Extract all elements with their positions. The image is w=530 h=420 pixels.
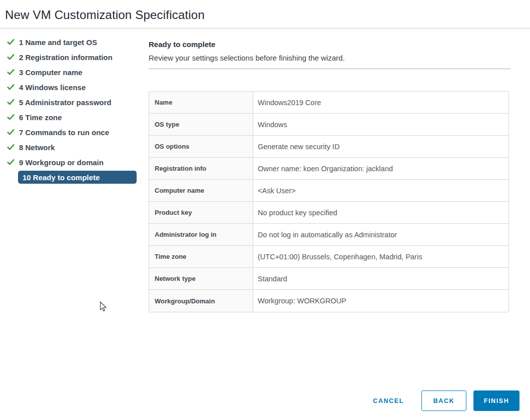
step-label: 3 Computer name xyxy=(19,68,83,77)
check-icon xyxy=(7,114,15,121)
content-divider xyxy=(149,69,510,69)
sidebar-step-5[interactable]: 5 Administrator password xyxy=(0,95,149,110)
row-value: Standard xyxy=(253,268,508,289)
row-value: <Ask User> xyxy=(253,180,508,201)
row-label: Computer name xyxy=(149,180,253,201)
step-label: 6 Time zone xyxy=(19,113,62,122)
panel-description: Review your settings selections before f… xyxy=(149,54,510,62)
ready-to-complete-panel: Ready to complete Review your settings s… xyxy=(149,29,510,312)
row-value: No product key specified xyxy=(253,202,508,223)
row-value: Owner name: koen Organization: jackland xyxy=(253,158,508,179)
sidebar-step-6[interactable]: 6 Time zone xyxy=(0,110,149,125)
check-icon xyxy=(7,39,15,46)
row-label: Workgroup/Domain xyxy=(149,290,253,312)
table-row: Administrator log inDo not log in automa… xyxy=(149,224,508,246)
row-label: Network type xyxy=(149,268,253,289)
row-value: Windows xyxy=(253,114,508,135)
step-label: 4 Windows license xyxy=(19,83,86,92)
row-label: Time zone xyxy=(149,246,253,267)
check-icon xyxy=(7,99,15,106)
finish-button[interactable]: FINISH xyxy=(473,390,519,411)
check-icon xyxy=(7,129,15,136)
sidebar-step-1[interactable]: 1 Name and target OS xyxy=(0,35,149,50)
table-row: Computer name<Ask User> xyxy=(149,180,508,202)
step-label: 7 Commands to run once xyxy=(19,128,109,137)
sidebar-step-4[interactable]: 4 Windows license xyxy=(0,80,149,95)
check-icon xyxy=(7,159,15,166)
check-icon xyxy=(7,54,15,61)
step-label: 9 Workgroup or domain xyxy=(19,158,104,167)
sidebar-step-10[interactable]: 10 Ready to complete xyxy=(18,171,137,184)
mouse-cursor xyxy=(100,301,107,315)
table-row: OS optionsGenerate new security ID xyxy=(149,136,508,158)
step-label: 10 Ready to complete xyxy=(23,173,100,182)
row-label: Name xyxy=(149,92,253,113)
back-button[interactable]: BACK xyxy=(421,390,466,411)
check-icon xyxy=(7,144,15,151)
wizard-step-nav: 1 Name and target OS2 Registration infor… xyxy=(0,35,149,185)
step-label: 8 Network xyxy=(19,143,55,152)
row-value: Do not log in automatically as Administr… xyxy=(253,224,508,245)
row-value: (UTC+01:00) Brussels, Copenhagen, Madrid… xyxy=(253,246,508,267)
table-row: Product keyNo product key specified xyxy=(149,202,508,224)
row-label: OS type xyxy=(149,114,253,135)
sidebar-step-9[interactable]: 9 Workgroup or domain xyxy=(0,155,149,170)
row-value: Generate new security ID xyxy=(253,136,508,157)
row-value: Workgroup: WORKGROUP xyxy=(253,290,508,312)
row-label: Registration info xyxy=(149,158,253,179)
wizard-title: New VM Customization Specification xyxy=(5,8,525,22)
check-icon xyxy=(7,69,15,76)
row-label: OS options xyxy=(149,136,253,157)
check-icon xyxy=(7,84,15,91)
row-value: Windows2019 Core xyxy=(253,92,508,113)
step-label: 5 Administrator password xyxy=(19,98,111,107)
table-row: Time zone(UTC+01:00) Brussels, Copenhage… xyxy=(149,246,508,268)
step-label: 2 Registration information xyxy=(19,53,113,62)
sidebar-step-3[interactable]: 3 Computer name xyxy=(0,65,149,80)
sidebar-step-7[interactable]: 7 Commands to run once xyxy=(0,125,149,140)
new-vm-customization-wizard: New VM Customization Specification 1 Nam… xyxy=(0,0,530,29)
wizard-footer: CANCEL BACK FINISH xyxy=(372,390,519,411)
sidebar-step-8[interactable]: 8 Network xyxy=(0,140,149,155)
table-row: NameWindows2019 Core xyxy=(149,92,508,114)
sidebar-step-2[interactable]: 2 Registration information xyxy=(0,50,149,65)
wizard-header: New VM Customization Specification xyxy=(0,0,530,29)
table-row: OS typeWindows xyxy=(149,114,508,136)
row-label: Product key xyxy=(149,202,253,223)
row-label: Administrator log in xyxy=(149,224,253,245)
table-row: Registration infoOwner name: koen Organi… xyxy=(149,158,508,180)
summary-table: NameWindows2019 CoreOS typeWindowsOS opt… xyxy=(149,91,509,312)
step-label: 1 Name and target OS xyxy=(19,38,97,47)
table-row: Network typeStandard xyxy=(149,268,508,290)
cancel-button[interactable]: CANCEL xyxy=(372,397,405,404)
panel-heading: Ready to complete xyxy=(149,40,510,49)
table-row: Workgroup/DomainWorkgroup: WORKGROUP xyxy=(149,290,508,312)
